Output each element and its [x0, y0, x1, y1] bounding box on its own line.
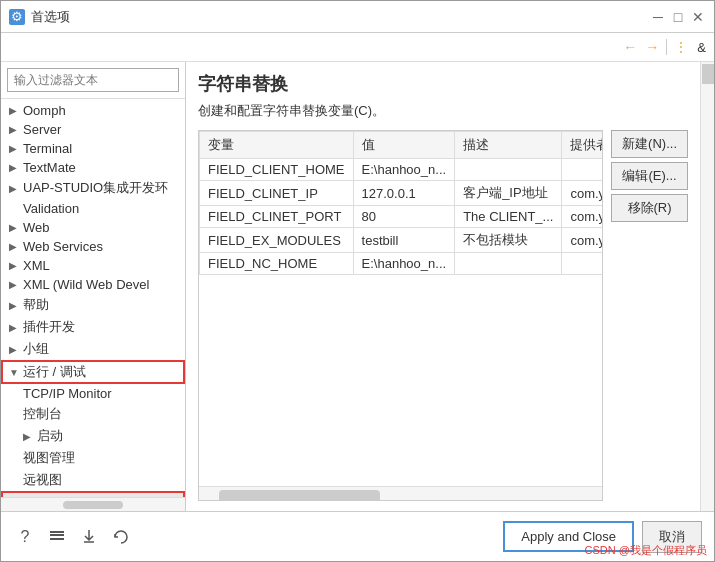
cell-variable: FIELD_EX_MODULES — [200, 228, 354, 253]
search-box — [1, 62, 185, 99]
tree-item-label: Terminal — [23, 141, 72, 156]
tree-arrow: ▶ — [9, 105, 19, 116]
tree-item-server[interactable]: ▶ Server — [1, 120, 185, 139]
table-row[interactable]: FIELD_EX_MODULES testbill 不包括模块 com.y — [200, 228, 603, 253]
tree-item-label: 插件开发 — [23, 318, 75, 336]
right-scrollbar[interactable] — [700, 62, 714, 511]
cell-provider — [562, 253, 602, 275]
tree-item-label: Web Services — [23, 239, 103, 254]
tree-item-label: UAP-STUDIO集成开发环 — [23, 179, 168, 197]
col-value: 值 — [353, 132, 455, 159]
section-desc: 创建和配置字符串替换变量(C)。 — [198, 102, 688, 120]
tree-item-label: Oomph — [23, 103, 66, 118]
cell-value: E:\hanhoo_n... — [353, 253, 455, 275]
toolbar: ← → ⋮ & — [1, 33, 714, 62]
table-row[interactable]: FIELD_CLINET_PORT 80 The CLIENT_... com.… — [200, 206, 603, 228]
tree-item-web-services[interactable]: ▶ Web Services — [1, 237, 185, 256]
tree-arrow: ▶ — [9, 344, 19, 355]
import-icon[interactable] — [45, 525, 69, 549]
tree-item-run-debug[interactable]: ▼ 运行 / 调试 — [1, 360, 185, 384]
tree-item-label: Web — [23, 220, 50, 235]
tree-item-label: TextMate — [23, 160, 76, 175]
tree-arrow: ▶ — [9, 222, 19, 233]
svg-rect-1 — [50, 531, 64, 533]
titlebar: ⚙ 首选项 ─ □ ✕ — [1, 1, 714, 33]
table-area: 变量 值 描述 提供者 FIELD_CLIENT_HOME — [198, 130, 603, 501]
tree-item-plugin-dev[interactable]: ▶ 插件开发 — [1, 316, 185, 338]
cell-provider: com.y — [562, 181, 602, 206]
tree-item-label: 小组 — [23, 340, 49, 358]
tree-arrow: ▶ — [9, 279, 19, 290]
maximize-button[interactable]: □ — [670, 9, 686, 25]
tree-item-terminal[interactable]: ▶ Terminal — [1, 139, 185, 158]
cell-value: testbill — [353, 228, 455, 253]
tree-item-startup[interactable]: ▶ 启动 — [1, 425, 185, 447]
svg-rect-2 — [50, 534, 64, 536]
titlebar-left: ⚙ 首选项 — [9, 8, 70, 26]
remove-button[interactable]: 移除(R) — [611, 194, 688, 222]
table-row[interactable]: FIELD_NC_HOME E:\hanhoo_n... — [200, 253, 603, 275]
toolbar-label[interactable]: & — [693, 40, 706, 55]
refresh-icon[interactable] — [109, 525, 133, 549]
cell-variable: FIELD_CLIENT_HOME — [200, 159, 354, 181]
window-controls: ─ □ ✕ — [650, 9, 706, 25]
tree-item-label: 远视图 — [23, 471, 62, 489]
tree-item-validation[interactable]: ▶ Validation — [1, 199, 185, 218]
tree-scroll-indicator — [1, 497, 185, 511]
tree-arrow: ▶ — [9, 300, 19, 311]
back-icon[interactable]: ← — [620, 37, 640, 57]
tree-arrow: ▶ — [9, 241, 19, 252]
tree-item-textmate[interactable]: ▶ TextMate — [1, 158, 185, 177]
tree-item-view-mgmt[interactable]: 视图管理 — [1, 447, 185, 469]
cell-description: 客户端_IP地址 — [455, 181, 562, 206]
cell-variable: FIELD_NC_HOME — [200, 253, 354, 275]
tree-item-uap-studio[interactable]: ▶ UAP-STUDIO集成开发环 — [1, 177, 185, 199]
cell-provider — [562, 159, 602, 181]
svg-rect-0 — [50, 538, 64, 540]
tree-item-xml-wild[interactable]: ▶ XML (Wild Web Devel — [1, 275, 185, 294]
menu-icon[interactable]: ⋮ — [671, 37, 691, 57]
table-horizontal-scroll[interactable] — [199, 486, 602, 500]
tree-arrow: ▶ — [9, 322, 19, 333]
tree-item-oomph[interactable]: ▶ Oomph — [1, 101, 185, 120]
help-icon[interactable]: ? — [13, 525, 37, 549]
forward-icon[interactable]: → — [642, 37, 662, 57]
tree-item-label: Validation — [23, 201, 79, 216]
tree-item-xml[interactable]: ▶ XML — [1, 256, 185, 275]
col-variable: 变量 — [200, 132, 354, 159]
table-row[interactable]: FIELD_CLINET_IP 127.0.0.1 客户端_IP地址 com.y — [200, 181, 603, 206]
table-container: 变量 值 描述 提供者 FIELD_CLIENT_HOME — [198, 130, 603, 501]
tree-arrow: ▶ — [9, 260, 19, 271]
tree-arrow: ▶ — [9, 183, 19, 194]
cell-description: 不包括模块 — [455, 228, 562, 253]
tree-item-label: 运行 / 调试 — [23, 363, 86, 381]
tree-item-web[interactable]: ▶ Web — [1, 218, 185, 237]
cell-description: The CLIENT_... — [455, 206, 562, 228]
tree-item-tcp-monitor[interactable]: TCP/IP Monitor — [1, 384, 185, 403]
main-content: ▶ Oomph ▶ Server ▶ Terminal ▶ TextMate ▶ — [1, 62, 714, 511]
search-input[interactable] — [7, 68, 179, 92]
table-row[interactable]: FIELD_CLIENT_HOME E:\hanhoo_n... — [200, 159, 603, 181]
variables-table: 变量 值 描述 提供者 FIELD_CLIENT_HOME — [199, 131, 602, 275]
cell-value: 127.0.0.1 — [353, 181, 455, 206]
close-button[interactable]: ✕ — [690, 9, 706, 25]
tree-item-help[interactable]: ▶ 帮助 — [1, 294, 185, 316]
cell-description — [455, 253, 562, 275]
col-provider: 提供者 — [562, 132, 602, 159]
cell-value: E:\hanhoo_n... — [353, 159, 455, 181]
window-title: 首选项 — [31, 8, 70, 26]
tree-item-team[interactable]: ▶ 小组 — [1, 338, 185, 360]
tree-item-label: 启动 — [37, 427, 63, 445]
new-button[interactable]: 新建(N)... — [611, 130, 688, 158]
export-icon[interactable] — [77, 525, 101, 549]
edit-button[interactable]: 编辑(E)... — [611, 162, 688, 190]
right-panel-inner: 变量 值 描述 提供者 FIELD_CLIENT_HOME — [198, 130, 688, 501]
tree-item-label: 控制台 — [23, 405, 62, 423]
tree-item-remote-view[interactable]: 远视图 — [1, 469, 185, 491]
main-window: ⚙ 首选项 ─ □ ✕ ← → ⋮ & ▶ Oomph — [0, 0, 715, 562]
action-buttons: 新建(N)... 编辑(E)... 移除(R) — [611, 130, 688, 501]
toolbar-separator — [666, 39, 667, 55]
minimize-button[interactable]: ─ — [650, 9, 666, 25]
table-scroll[interactable]: 变量 值 描述 提供者 FIELD_CLIENT_HOME — [199, 131, 602, 486]
tree-item-console[interactable]: 控制台 — [1, 403, 185, 425]
